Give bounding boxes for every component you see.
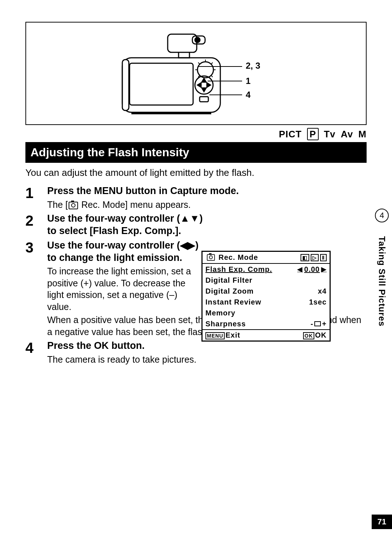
camera-icon — [69, 202, 78, 209]
lcd-title: Rec. Mode — [219, 253, 258, 262]
svg-rect-8 — [200, 97, 208, 102]
camera-figure: 2, 3 1 4 — [25, 22, 367, 125]
mode-tv: Tv — [324, 129, 335, 140]
svg-marker-5 — [202, 88, 206, 92]
step-detail: To increase the light emission, set a po… — [47, 265, 200, 313]
tools-icon: Ⅱ — [320, 254, 327, 261]
left-arrow-icon: ◀ — [297, 265, 303, 274]
svg-marker-4 — [202, 78, 206, 82]
step-title: Use the four-way controller (◀▶) to chan… — [47, 239, 203, 264]
step-detail: The camera is ready to take pictures. — [47, 354, 367, 366]
mode-pict: PICT — [279, 129, 302, 140]
lcd-header-icons: ◧ ▷ Ⅱ — [301, 254, 327, 261]
lcd-header: Rec. Mode ◧ ▷ Ⅱ — [203, 252, 330, 264]
callout-label-23: 2, 3 — [246, 61, 260, 71]
callout-label-4: 4 — [246, 90, 250, 100]
mode-p: P — [307, 128, 319, 140]
step-number: 2 — [25, 213, 47, 237]
svg-line-15 — [211, 75, 213, 77]
step-2: 2 Use the four-way controller (▲▼) to se… — [25, 213, 367, 237]
step-number: 3 — [25, 239, 47, 338]
side-tab: 4 Taking Still Pictures — [372, 203, 392, 336]
sharpness-icon: -+ — [311, 318, 327, 329]
camera-illustration — [121, 27, 233, 118]
step-title: Use the four-way controller (▲▼) to sele… — [47, 213, 203, 237]
lcd-row-filter: Digital Filter — [203, 275, 330, 286]
lcd-rows: Flash Exp. Comp. ◀0.00▶ Digital Filter D… — [203, 264, 330, 330]
callout-line — [199, 66, 242, 67]
step-detail: The [ Rec. Mode] menu appears. — [47, 199, 367, 211]
lcd-menu: Rec. Mode ◧ ▷ Ⅱ Flash Exp. Comp. ◀0.00▶ … — [201, 251, 331, 342]
svg-rect-2 — [122, 60, 129, 110]
chapter-label: Taking Still Pictures — [377, 227, 387, 336]
lcd-row-sharpness: Sharpness -+ — [203, 318, 330, 329]
step-number: 4 — [25, 340, 47, 365]
menu-key-icon: MENU — [205, 332, 225, 339]
step-title: Press the MENU button in Capture mode. — [47, 185, 367, 197]
svg-marker-6 — [197, 83, 201, 87]
lcd-row-memory: Memory — [203, 307, 330, 318]
svg-rect-17 — [168, 34, 197, 52]
sidebar: 4 Taking Still Pictures 71 — [372, 0, 392, 540]
mode-av: Av — [341, 129, 353, 140]
step-4: 4 Press the OK button. The camera is rea… — [25, 340, 367, 365]
step-title: Press the OK button. — [47, 340, 367, 352]
callout-line — [209, 94, 242, 95]
mode-row: PICT P Tv Av M — [25, 129, 367, 140]
manual-page: 2, 3 1 4 PICT P Tv Av M Adjusting the Fl… — [0, 0, 392, 540]
camera-icon — [207, 254, 215, 261]
lcd-row-flash: Flash Exp. Comp. ◀0.00▶ — [203, 264, 330, 275]
lcd-footer: MENUExit OKOK — [203, 330, 330, 340]
lcd-row-review: Instant Review 1sec — [203, 297, 330, 307]
step-number: 1 — [25, 185, 47, 210]
svg-line-14 — [198, 63, 200, 64]
svg-point-19 — [195, 37, 200, 43]
svg-rect-1 — [130, 63, 193, 105]
right-arrow-icon: ▶ — [321, 265, 327, 274]
mode-m: M — [358, 129, 367, 140]
callout-line — [208, 81, 242, 81]
ok-key-icon: OK — [303, 332, 314, 339]
section-heading: Adjusting the Flash Intensity — [25, 142, 367, 163]
svg-marker-7 — [207, 83, 211, 87]
chapter-number: 4 — [375, 209, 389, 222]
step-1: 1 Press the MENU button in Capture mode.… — [25, 185, 367, 210]
setup-icon: ◧ — [301, 254, 309, 261]
callout-label-1: 1 — [246, 76, 250, 86]
svg-line-13 — [211, 63, 213, 64]
play-icon: ▷ — [311, 254, 319, 261]
lcd-row-zoom: Digital Zoom x4 — [203, 286, 330, 297]
page-number: 71 — [372, 515, 392, 529]
intro-text: You can adjust the amount of light emitt… — [25, 167, 367, 178]
